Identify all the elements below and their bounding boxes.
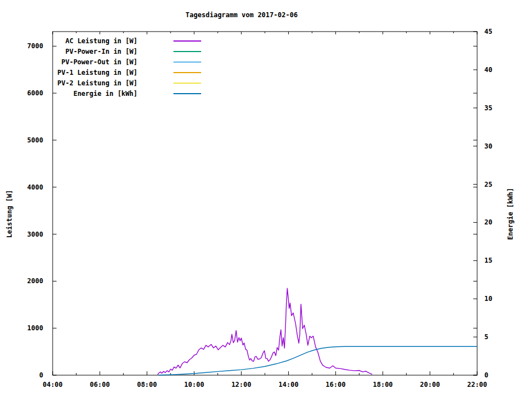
x-tick-label: 12:00 <box>221 381 261 388</box>
legend-line-sample <box>173 93 201 94</box>
legend-item: Energie in [kWh] <box>44 89 201 99</box>
y2-tick-label: 40 <box>484 66 492 74</box>
legend-item: PV-2 Leistung in [W] <box>44 78 201 89</box>
legend-label: AC Leistung in [W] <box>44 37 137 45</box>
y1-tick-label: 2000 <box>4 277 43 285</box>
gnuplot-day-diagram: Tagesdiagramm vom 2017-02-06 Leistung [W… <box>0 0 532 399</box>
legend-label: PV-2 Leistung in [W] <box>44 79 137 87</box>
y1-tick-label: 5000 <box>4 136 43 144</box>
y1-tick-label: 4000 <box>4 183 43 191</box>
x-tick-label: 20:00 <box>410 381 450 388</box>
legend-line-sample <box>173 40 201 42</box>
series-line <box>157 288 372 375</box>
x-tick-label: 06:00 <box>80 381 120 388</box>
y2-tick-label: 5 <box>484 333 488 341</box>
y1-tick-label: 3000 <box>4 231 43 238</box>
legend-item: PV-1 Leistung in [W] <box>44 68 201 78</box>
legend-label: Energie in [kWh] <box>44 90 137 98</box>
legend-item: PV-Power-Out in [W] <box>44 57 201 68</box>
y2-tick-label: 10 <box>484 295 492 303</box>
legend-label: PV-Power-Out in [W] <box>44 58 137 66</box>
legend-label: PV-1 Leistung in [W] <box>44 69 137 76</box>
series-line <box>159 346 478 375</box>
legend-item: AC Leistung in [W] <box>44 36 201 47</box>
y2-tick-label: 25 <box>484 181 492 188</box>
y2-tick-label: 15 <box>484 257 492 264</box>
x-tick-label: 16:00 <box>316 381 356 388</box>
legend-line-sample <box>173 62 201 63</box>
x-tick-label: 14:00 <box>269 381 309 388</box>
x-tick-label: 10:00 <box>174 381 214 388</box>
legend-line-sample <box>173 72 201 73</box>
y2-tick-label: 45 <box>484 28 492 35</box>
legend-label: PV-Power-In in [W] <box>44 48 137 55</box>
legend-item: PV-Power-In in [W] <box>44 47 201 57</box>
y1-tick-label: 7000 <box>4 42 43 50</box>
y1-tick-label: 6000 <box>4 89 43 97</box>
legend-line-sample <box>173 51 201 52</box>
y2-tick-label: 30 <box>484 142 492 150</box>
y2-tick-label: 20 <box>484 218 492 226</box>
y2-tick-label: 35 <box>484 104 492 112</box>
y2-tick-label: 0 <box>484 371 488 379</box>
x-tick-label: 18:00 <box>363 381 403 388</box>
y1-tick-label: 0 <box>4 371 43 379</box>
legend-line-sample <box>173 83 201 84</box>
x-tick-label: 08:00 <box>127 381 167 388</box>
y1-tick-label: 1000 <box>4 324 43 332</box>
x-tick-label: 04:00 <box>33 381 73 388</box>
x-tick-label: 22:00 <box>457 381 497 388</box>
